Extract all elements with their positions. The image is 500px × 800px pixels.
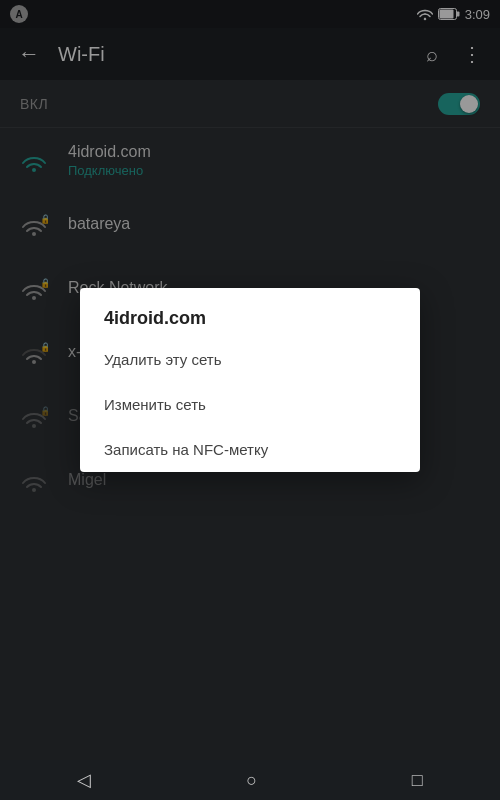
context-menu-dialog: 4idroid.com Удалить эту сеть Изменить се… xyxy=(80,288,420,472)
bottom-nav: ◁ ○ □ xyxy=(0,760,500,800)
nav-home-button[interactable]: ○ xyxy=(230,762,273,799)
dialog-item-1[interactable]: Изменить сеть xyxy=(80,382,420,427)
nav-recent-button[interactable]: □ xyxy=(396,762,439,799)
dialog-item-2[interactable]: Записать на NFC-метку xyxy=(80,427,420,472)
dialog-overlay[interactable]: 4idroid.com Удалить эту сеть Изменить се… xyxy=(0,0,500,760)
dialog-title: 4idroid.com xyxy=(80,288,420,337)
dialog-item-0[interactable]: Удалить эту сеть xyxy=(80,337,420,382)
nav-back-button[interactable]: ◁ xyxy=(61,761,107,799)
